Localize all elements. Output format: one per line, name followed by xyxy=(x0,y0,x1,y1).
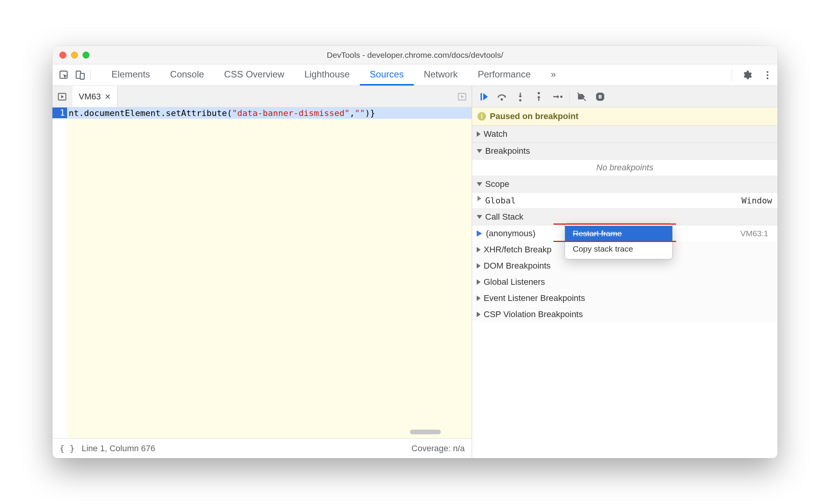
frame-name: (anonymous) xyxy=(486,228,535,239)
divider xyxy=(569,91,570,102)
tab-network[interactable]: Network xyxy=(414,64,468,86)
chevron-right-icon xyxy=(477,196,481,201)
section-label: Breakpoints xyxy=(485,146,530,156)
section-label: CSP Violation Breakpoints xyxy=(484,309,583,319)
section-global-listeners[interactable]: Global Listeners xyxy=(472,274,778,290)
editor-statusbar: { } Line 1, Column 676 Coverage: n/a xyxy=(52,438,472,458)
menu-item-label: Copy stack trace xyxy=(573,244,633,253)
strike-annotation xyxy=(553,223,676,225)
debugger-toolbar xyxy=(472,86,778,108)
pause-on-exceptions-icon[interactable] xyxy=(594,90,607,103)
section-label: Scope xyxy=(485,179,509,189)
chevron-right-icon xyxy=(477,296,481,301)
toolbar-right xyxy=(732,69,774,81)
close-icon[interactable]: ✕ xyxy=(105,92,111,101)
inspect-element-icon[interactable] xyxy=(58,69,70,81)
section-event-listener-breakpoints[interactable]: Event Listener Breakpoints xyxy=(472,290,778,306)
tab-performance[interactable]: Performance xyxy=(468,64,541,86)
navigator-toggle-icon[interactable] xyxy=(56,90,69,103)
cursor-position: Line 1, Column 676 xyxy=(82,444,155,454)
pretty-print-button[interactable]: { } xyxy=(59,444,75,453)
no-breakpoints-message: No breakpoints xyxy=(472,160,778,176)
horizontal-scrollbar[interactable] xyxy=(410,430,441,434)
section-label: Call Stack xyxy=(485,212,523,222)
chevron-down-icon xyxy=(477,215,482,219)
chevron-right-icon xyxy=(477,131,481,137)
kebab-menu-icon[interactable] xyxy=(761,69,774,81)
tab-sources[interactable]: Sources xyxy=(360,64,414,86)
gear-icon[interactable] xyxy=(741,69,753,81)
svg-point-9 xyxy=(519,99,521,101)
code-editor[interactable]: 1 nt.documentElement.setAttribute("data-… xyxy=(52,108,472,438)
debugger-panel: i Paused on breakpoint Watch Breakpoints… xyxy=(472,86,778,458)
svg-rect-13 xyxy=(601,95,602,98)
menu-item-label: Restart frame xyxy=(573,229,622,238)
info-icon: i xyxy=(477,112,486,121)
editor-tabbar: VM63 ✕ xyxy=(52,86,472,108)
svg-point-11 xyxy=(560,96,563,98)
resume-icon[interactable] xyxy=(477,90,490,103)
svg-point-10 xyxy=(538,92,540,94)
chevron-down-icon xyxy=(477,149,482,153)
step-over-icon[interactable] xyxy=(495,90,508,103)
scope-label: Global xyxy=(485,196,516,205)
current-frame-icon xyxy=(477,230,482,237)
devtools-window: DevTools - developer.chrome.com/docs/dev… xyxy=(52,46,778,458)
svg-rect-2 xyxy=(80,73,84,79)
line-gutter: 1 xyxy=(52,108,67,438)
section-label: Global Listeners xyxy=(484,277,545,287)
callstack-frame[interactable]: (anonymous) VM63:1 Restart frame Copy st… xyxy=(472,225,778,242)
file-tab[interactable]: VM63 ✕ xyxy=(73,86,118,107)
section-breakpoints[interactable]: Breakpoints xyxy=(472,143,778,160)
tab-elements[interactable]: Elements xyxy=(101,64,160,86)
pause-banner-text: Paused on breakpoint xyxy=(490,111,579,121)
tab-css-overview[interactable]: CSS Overview xyxy=(214,64,294,86)
menu-item-restart-frame[interactable]: Restart frame xyxy=(565,226,672,241)
step-into-icon[interactable] xyxy=(514,90,527,103)
pause-banner: i Paused on breakpoint xyxy=(472,108,778,126)
svg-point-8 xyxy=(501,98,503,101)
tabs-overflow-button[interactable]: » xyxy=(541,64,566,86)
code-line: nt.documentElement.setAttribute("data-ba… xyxy=(67,108,472,119)
panel-tabs: Elements Console CSS Overview Lighthouse… xyxy=(101,64,566,86)
section-watch[interactable]: Watch xyxy=(472,126,778,143)
window-title: DevTools - developer.chrome.com/docs/dev… xyxy=(52,50,778,60)
chevron-down-icon xyxy=(477,182,482,186)
svg-rect-12 xyxy=(599,95,600,98)
tab-console[interactable]: Console xyxy=(160,64,214,86)
section-scope[interactable]: Scope xyxy=(472,176,778,193)
code-area[interactable]: nt.documentElement.setAttribute("data-ba… xyxy=(67,108,472,438)
divider xyxy=(90,69,91,81)
devtools-toolbar: Elements Console CSS Overview Lighthouse… xyxy=(52,64,778,86)
deactivate-breakpoints-icon[interactable] xyxy=(575,90,588,103)
editor-column: VM63 ✕ 1 nt.documentElement.setAttribute… xyxy=(52,86,472,458)
svg-point-3 xyxy=(767,71,769,73)
svg-point-5 xyxy=(767,77,769,79)
main-area: VM63 ✕ 1 nt.documentElement.setAttribute… xyxy=(52,86,778,458)
chevron-right-icon xyxy=(477,312,481,317)
chevron-right-icon xyxy=(477,247,481,252)
step-out-icon[interactable] xyxy=(532,90,545,103)
menu-item-copy-stack-trace[interactable]: Copy stack trace xyxy=(565,241,672,257)
strike-annotation xyxy=(553,241,676,242)
scope-global-row[interactable]: Global Window xyxy=(472,193,778,208)
titlebar: DevTools - developer.chrome.com/docs/dev… xyxy=(52,46,778,64)
scope-value: Window xyxy=(742,196,772,205)
step-icon[interactable] xyxy=(551,90,564,103)
line-number: 1 xyxy=(52,108,67,118)
tab-lighthouse[interactable]: Lighthouse xyxy=(294,64,359,86)
section-dom-breakpoints[interactable]: DOM Breakpoints xyxy=(472,258,778,274)
chevron-right-icon xyxy=(477,263,481,269)
section-label: Event Listener Breakpoints xyxy=(484,293,585,303)
file-tab-label: VM63 xyxy=(79,92,101,102)
section-label: Watch xyxy=(484,129,508,139)
section-label: DOM Breakpoints xyxy=(484,261,551,271)
run-snippet-icon[interactable] xyxy=(455,90,469,103)
section-csp-breakpoints[interactable]: CSP Violation Breakpoints xyxy=(472,306,778,323)
divider xyxy=(732,69,732,81)
coverage-status: Coverage: n/a xyxy=(412,444,465,454)
device-toolbar-icon[interactable] xyxy=(74,69,86,81)
chevron-right-icon xyxy=(477,279,481,285)
frame-location: VM63:1 xyxy=(741,229,773,238)
svg-point-4 xyxy=(767,74,769,76)
